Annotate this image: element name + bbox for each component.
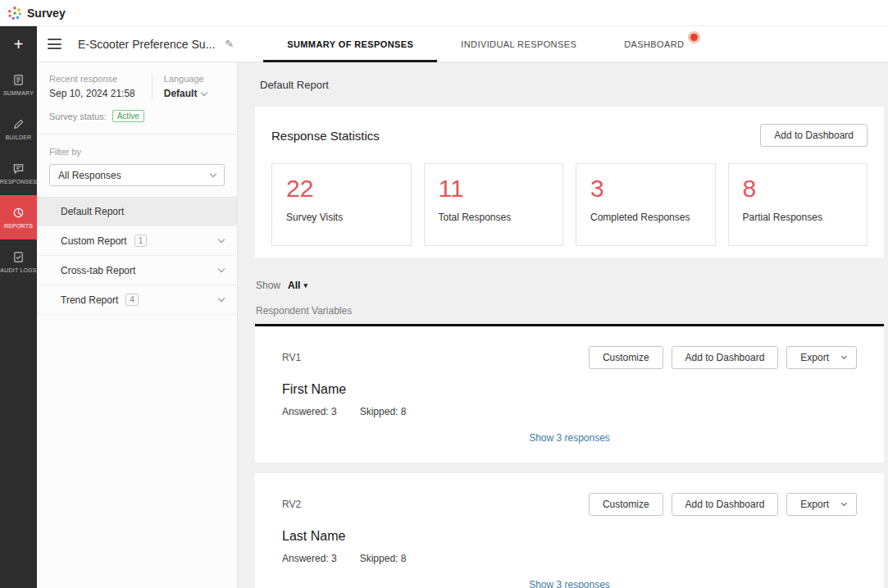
app-shell: + SUMMARY BUILDER RESPONSES REPORTS xyxy=(0,26,888,588)
answered-count: Answered: 3 xyxy=(282,553,337,564)
export-button[interactable]: Export xyxy=(786,493,857,516)
audit-logs-icon xyxy=(12,251,25,263)
list-toggle-icon[interactable] xyxy=(48,39,61,49)
sidebar: Recent response Sep 10, 2024 21:58 Langu… xyxy=(37,62,238,588)
page-header: E-Scooter Preference Su... ✎ SUMMARY OF … xyxy=(37,26,888,62)
recent-response-block: Recent response Sep 10, 2024 21:58 xyxy=(49,74,135,99)
report-item-default[interactable]: Default Report xyxy=(37,197,237,226)
survey-status-label: Survey status: xyxy=(49,112,107,121)
filter-dropdown[interactable]: All Responses xyxy=(49,164,225,186)
stat-value: 3 xyxy=(590,175,701,203)
tab-dashboard[interactable]: DASHBOARD xyxy=(600,26,722,62)
summary-icon xyxy=(12,74,25,86)
stat-row: 22 Survey Visits 11 Total Responses 3 Co… xyxy=(271,163,868,246)
question-actions: Customize Add to Dashboard Export xyxy=(589,346,857,369)
recent-response-label: Recent response xyxy=(49,74,135,84)
report-item-custom[interactable]: Custom Report 1 xyxy=(37,226,237,256)
status-badge: Active xyxy=(112,110,144,122)
tab-summary-of-responses[interactable]: SUMMARY OF RESPONSES xyxy=(263,26,437,62)
main-content: Default Report Response Statistics Add t… xyxy=(238,62,888,588)
show-filter-row: Show All ▾ xyxy=(255,280,884,291)
stats-header: Response Statistics Add to Dashboard xyxy=(271,124,868,147)
chevron-down-icon xyxy=(218,236,225,243)
builder-icon xyxy=(12,118,25,130)
app-logo-icon xyxy=(7,6,22,21)
report-count-badge: 1 xyxy=(134,235,148,247)
report-count-badge: 4 xyxy=(125,294,139,306)
language-label: Language xyxy=(164,74,207,84)
recent-response-value: Sep 10, 2024 21:58 xyxy=(49,88,135,99)
chevron-down-icon xyxy=(218,295,225,302)
export-button[interactable]: Export xyxy=(786,346,857,369)
export-label: Export xyxy=(800,352,829,363)
tab-individual-responses[interactable]: INDIVIDUAL RESPONSES xyxy=(437,26,600,62)
stat-partial-responses: 8 Partial Responses xyxy=(728,163,868,246)
export-label: Export xyxy=(800,499,829,510)
report-item-label: Trend Report xyxy=(61,294,118,306)
report-item-label: Cross-tab Report xyxy=(61,265,135,276)
add-to-dashboard-button[interactable]: Add to Dashboard xyxy=(672,493,779,516)
question-actions: Customize Add to Dashboard Export xyxy=(589,493,857,516)
question-header: RV2 Customize Add to Dashboard Export xyxy=(282,493,857,516)
question-title: First Name xyxy=(282,382,857,397)
question-card-rv1: RV1 Customize Add to Dashboard Export Fi… xyxy=(255,324,884,463)
report-item-label: Default Report xyxy=(61,206,124,217)
chevron-down-icon xyxy=(210,171,216,177)
show-responses-link[interactable]: Show 3 responses xyxy=(529,432,610,444)
chevron-down-icon xyxy=(218,266,225,272)
stat-value: 22 xyxy=(286,175,397,203)
content-area: Recent response Sep 10, 2024 21:58 Langu… xyxy=(37,62,888,588)
language-value: Default xyxy=(164,88,198,99)
stat-value: 11 xyxy=(439,175,549,203)
topbar: Survey xyxy=(0,0,888,26)
chevron-down-icon xyxy=(201,89,207,95)
question-code: RV1 xyxy=(282,352,301,363)
chevron-down-icon xyxy=(841,353,847,359)
rail-item-responses[interactable]: RESPONSES xyxy=(0,151,37,195)
rail-item-label: AUDIT LOGS xyxy=(0,267,36,273)
report-item-label: Custom Report xyxy=(61,235,127,247)
rail-item-summary[interactable]: SUMMARY xyxy=(0,62,37,107)
tab-label: SUMMARY OF RESPONSES xyxy=(287,39,413,49)
customize-button[interactable]: Customize xyxy=(589,493,663,516)
language-select[interactable]: Default xyxy=(164,88,207,99)
stat-label: Partial Responses xyxy=(743,212,854,223)
show-responses-row: Show 3 responses xyxy=(282,577,857,588)
add-to-dashboard-button[interactable]: Add to Dashboard xyxy=(760,124,868,147)
stats-title: Response Statistics xyxy=(271,129,380,143)
report-list: Default Report Custom Report 1 Cross-tab… xyxy=(37,197,237,315)
edit-title-icon[interactable]: ✎ xyxy=(225,38,234,50)
right-pane: E-Scooter Preference Su... ✎ SUMMARY OF … xyxy=(37,26,888,588)
stat-survey-visits: 22 Survey Visits xyxy=(271,163,412,246)
rail-item-label: SUMMARY xyxy=(3,90,34,96)
customize-button[interactable]: Customize xyxy=(589,346,663,369)
responses-icon xyxy=(12,162,25,175)
rail-item-label: BUILDER xyxy=(6,134,32,140)
question-header: RV1 Customize Add to Dashboard Export xyxy=(282,346,857,369)
answered-count: Answered: 3 xyxy=(282,406,337,417)
stat-label: Completed Responses xyxy=(590,212,701,223)
skipped-count: Skipped: 8 xyxy=(360,553,407,564)
rail-item-builder[interactable]: BUILDER xyxy=(0,107,37,151)
show-responses-row: Show 3 responses xyxy=(282,430,857,451)
show-label: Show xyxy=(256,280,280,291)
rail-item-reports[interactable]: REPORTS xyxy=(0,195,37,239)
question-code: RV2 xyxy=(282,499,301,510)
notification-dot-icon xyxy=(690,34,698,41)
left-rail: + SUMMARY BUILDER RESPONSES REPORTS xyxy=(0,26,37,588)
report-item-trend[interactable]: Trend Report 4 xyxy=(37,285,237,315)
stat-total-responses: 11 Total Responses xyxy=(424,163,564,246)
question-meta: Answered: 3 Skipped: 8 xyxy=(282,406,857,417)
app-name: Survey xyxy=(27,7,66,20)
caret-down-icon: ▾ xyxy=(303,281,307,289)
add-button[interactable]: + xyxy=(0,26,37,62)
stat-value: 8 xyxy=(743,175,854,203)
skipped-count: Skipped: 8 xyxy=(360,406,407,417)
question-title: Last Name xyxy=(282,529,857,544)
add-to-dashboard-button[interactable]: Add to Dashboard xyxy=(672,346,779,369)
show-responses-link[interactable]: Show 3 responses xyxy=(529,579,610,588)
rail-item-audit-logs[interactable]: AUDIT LOGS xyxy=(0,239,37,284)
report-item-crosstab[interactable]: Cross-tab Report xyxy=(37,256,237,285)
response-statistics-card: Response Statistics Add to Dashboard 22 … xyxy=(255,107,884,258)
show-filter-dropdown[interactable]: All ▾ xyxy=(288,280,307,291)
